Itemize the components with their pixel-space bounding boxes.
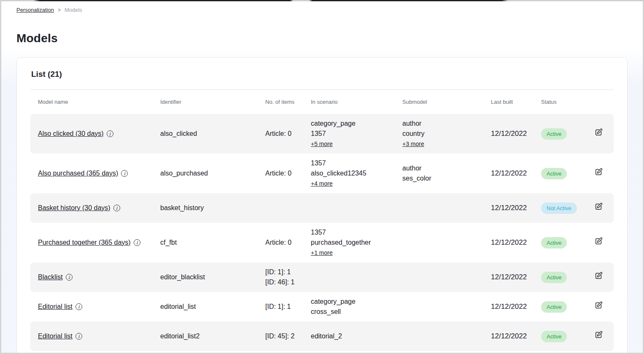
model-name-cell: Editorial listi <box>38 302 160 312</box>
table-row: Editorial listieditorial_list2[ID: 45]: … <box>30 322 614 351</box>
info-icon[interactable]: i <box>113 205 120 211</box>
identifier-cell: basket_history <box>160 203 265 213</box>
edit-cell <box>594 168 614 180</box>
column-header-model-name: Model name <box>38 97 160 107</box>
scenario-line: category_page <box>311 119 396 129</box>
last-built-cell: 12/12/2022 <box>491 302 541 312</box>
edit-button[interactable] <box>594 330 603 340</box>
edit-button[interactable] <box>594 202 603 211</box>
info-icon[interactable]: i <box>75 303 82 310</box>
items-cell: [ID: 45]: 2 <box>265 331 311 341</box>
model-name-link[interactable]: Also clicked (30 days) <box>38 129 104 139</box>
identifier-cell: also_purchased <box>160 168 265 178</box>
last-built-cell: 12/12/2022 <box>491 168 541 178</box>
edit-button[interactable] <box>594 237 603 246</box>
model-name-cell: Basket history (30 days)i <box>38 203 160 213</box>
edit-icon <box>594 237 603 246</box>
submodel-more-link[interactable]: +3 more <box>402 139 424 149</box>
model-name-cell: Purchased together (365 days)i <box>38 238 160 248</box>
model-name-link[interactable]: Basket history (30 days) <box>38 203 110 213</box>
submodel-line: ses_color <box>402 173 485 184</box>
scenario-more-link[interactable]: +5 more <box>311 139 333 149</box>
scenario-line: 1357 <box>311 158 396 168</box>
last-built-cell: 12/12/2022 <box>491 272 541 282</box>
scenario-cell: editorial_2 <box>311 331 402 341</box>
edit-icon <box>594 168 603 176</box>
edit-icon <box>594 301 603 310</box>
submodel-line: author <box>402 163 485 173</box>
identifier-cell: editor_blacklist <box>160 272 265 282</box>
submodel-line: country <box>402 129 485 139</box>
model-name-link[interactable]: Purchased together (365 days) <box>38 238 131 248</box>
last-built-cell: 12/12/2022 <box>491 129 541 139</box>
items-cell: Article: 0 <box>265 238 311 248</box>
model-name-cell: Editorial listi <box>38 331 160 341</box>
scenario-line: 1357 <box>311 129 396 139</box>
edit-icon <box>594 202 603 211</box>
column-header-submodel: Submodel <box>402 97 491 107</box>
edit-cell <box>594 128 614 140</box>
info-icon[interactable]: i <box>66 274 73 281</box>
status-badge: Active <box>541 331 567 342</box>
breadcrumb-personalization[interactable]: Personalization <box>16 7 54 13</box>
breadcrumb-models: Models <box>65 7 82 13</box>
scenario-cell: category_pagecross_sell <box>311 297 402 317</box>
items-cell: [ID: 1]: 1[ID: 46]: 1 <box>265 267 311 287</box>
edit-cell <box>594 271 614 284</box>
status-badge: Active <box>541 128 567 140</box>
breadcrumb-separator-icon: > <box>58 7 61 13</box>
submodel-cell: authorses_color <box>402 163 491 184</box>
model-name-cell: Blacklisti <box>38 272 160 282</box>
column-header-last-built: Last built <box>491 97 541 107</box>
last-built-cell: 12/12/2022 <box>491 203 541 213</box>
scenario-line: purchased_together <box>311 238 396 248</box>
edit-icon <box>594 271 603 280</box>
edit-button[interactable] <box>594 301 603 310</box>
models-list-card: List (21) Model name Identifier No. of i… <box>16 57 628 354</box>
identifier-cell: editorial_list <box>160 302 265 312</box>
scenario-more-link[interactable]: +4 more <box>311 178 333 189</box>
items-line: Article: 0 <box>265 129 305 139</box>
scenario-cell: category_page1357+5 more <box>311 119 402 149</box>
table-row: Basket history (30 days)ibasket_history1… <box>30 193 614 223</box>
items-line: Article: 0 <box>265 168 305 178</box>
status-badge: Active <box>541 272 567 283</box>
items-cell: Article: 0 <box>265 129 311 139</box>
status-badge: Active <box>541 301 567 313</box>
info-icon[interactable]: i <box>134 239 140 246</box>
status-cell: Active <box>541 128 594 140</box>
info-icon[interactable]: i <box>121 170 128 177</box>
edit-button[interactable] <box>594 128 603 137</box>
scenario-line: editorial_2 <box>311 331 396 341</box>
table-row: Also purchased (365 days)ialso_purchased… <box>30 154 614 193</box>
model-name-link[interactable]: Blacklist <box>38 272 63 282</box>
edit-button[interactable] <box>594 271 603 281</box>
scenario-cell: 1357purchased_together+1 more <box>311 227 402 258</box>
model-name-link[interactable]: Editorial list <box>38 302 73 312</box>
identifier-cell: also_clicked <box>160 129 265 139</box>
identifier-cell: cf_fbt <box>160 238 265 248</box>
model-name-link[interactable]: Also purchased (365 days) <box>38 168 118 178</box>
table-row: Purchased together (365 days)icf_fbtArti… <box>30 223 614 262</box>
status-cell: Active <box>541 168 594 179</box>
info-icon[interactable]: i <box>107 130 113 137</box>
edit-cell <box>594 202 614 214</box>
table-body: Also clicked (30 days)ialso_clickedArtic… <box>30 114 614 351</box>
edit-cell <box>594 330 614 343</box>
info-icon[interactable]: i <box>75 333 82 340</box>
edit-cell <box>594 301 614 313</box>
window-top-edge <box>1 0 643 1</box>
model-name-link[interactable]: Editorial list <box>38 331 73 341</box>
items-line: [ID: 1]: 1 <box>265 267 305 277</box>
table-row: Editorial listieditorial_list[ID: 1]: 1c… <box>30 292 614 322</box>
status-cell: Active <box>541 237 594 249</box>
scenario-more-link[interactable]: +1 more <box>311 248 333 258</box>
model-name-cell: Also clicked (30 days)i <box>38 129 160 139</box>
edit-icon <box>594 330 603 339</box>
identifier-cell: editorial_list2 <box>160 331 265 341</box>
edit-button[interactable] <box>594 168 603 177</box>
scenario-line: category_page <box>311 297 396 307</box>
items-line: Article: 0 <box>265 238 305 248</box>
table-row: Blacklistieditor_blacklist[ID: 1]: 1[ID:… <box>30 262 614 292</box>
items-line: [ID: 46]: 1 <box>265 277 305 287</box>
